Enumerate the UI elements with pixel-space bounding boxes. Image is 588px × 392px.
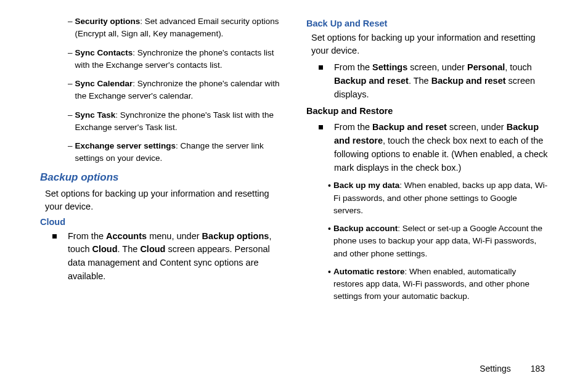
dash-item: – Sync Task: Synchronize the phone's Tas…: [40, 109, 282, 134]
page-footer: Settings 183: [480, 364, 545, 374]
square-bullet-icon: [52, 234, 57, 239]
square-bullet-icon: [319, 125, 323, 129]
backup-options-heading: Backup options: [40, 171, 282, 184]
dash-item: – Sync Calendar: Synchronize the phone's…: [40, 78, 282, 103]
step-content: From the Accounts menu, under Backup opt…: [68, 230, 282, 284]
right-column: Back Up and Reset Set options for backin…: [306, 15, 548, 309]
dash-item: – Security options: Set advanced Email s…: [40, 15, 282, 41]
cloud-heading: Cloud: [40, 217, 282, 227]
bullet-item: • Backup account: Select or set-up a Goo…: [306, 223, 548, 260]
term: Exchange server settings: [75, 141, 176, 150]
backup-restore-subheading: Backup and Restore: [306, 106, 548, 116]
term: Security options: [75, 17, 141, 26]
term: Sync Task: [75, 110, 116, 120]
bullet-icon: •: [328, 266, 331, 303]
term: Back up my data: [333, 181, 399, 190]
bullet-icon: •: [328, 179, 331, 217]
dash-item: – Sync Contacts: Synchronize the phone's…: [40, 47, 282, 72]
dash-icon: –: [68, 15, 73, 41]
dash-icon: –: [68, 109, 73, 134]
step-content: From the Backup and reset screen, under …: [334, 121, 548, 174]
term: Automatic restore: [333, 267, 405, 276]
footer-section: Settings: [480, 364, 511, 374]
bullet-icon: •: [328, 223, 331, 260]
step-item: From the Backup and reset screen, under …: [306, 121, 548, 174]
term: Sync Calendar: [75, 79, 133, 88]
backup-intro-text: Set options for backing up your informat…: [45, 187, 282, 213]
dash-icon: –: [68, 47, 73, 72]
bullet-item: • Back up my data: When enabled, backs u…: [306, 179, 548, 217]
square-bullet-icon: [319, 65, 323, 70]
step-item: From the Settings screen, under Personal…: [306, 61, 548, 101]
step-item: From the Accounts menu, under Backup opt…: [40, 230, 282, 284]
dash-item: – Exchange server settings: Change the s…: [40, 140, 282, 165]
footer-page-number: 183: [531, 364, 545, 374]
backup-reset-heading: Back Up and Reset: [306, 18, 548, 28]
step-content: From the Settings screen, under Personal…: [334, 61, 548, 101]
term: Sync Contacts: [75, 48, 133, 57]
dash-icon: –: [68, 140, 73, 165]
left-column: – Security options: Set advanced Email s…: [40, 15, 282, 309]
backup-reset-intro: Set options for backing up your informat…: [311, 31, 548, 57]
term: Backup account: [333, 224, 398, 233]
dash-icon: –: [68, 78, 73, 103]
bullet-item: • Automatic restore: When enabled, autom…: [306, 266, 548, 303]
